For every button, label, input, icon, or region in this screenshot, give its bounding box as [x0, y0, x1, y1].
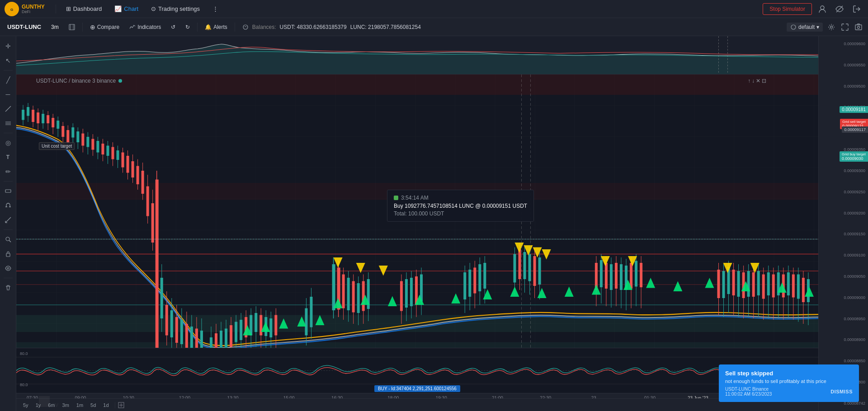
svg-rect-23 — [6, 253, 10, 257]
logo-subtext: DeFi — [22, 9, 45, 14]
interval-selector[interactable]: 3m — [47, 23, 62, 32]
price-up-arrow: ↑ — [748, 78, 750, 84]
measure-tool[interactable] — [2, 214, 14, 226]
usdt-balance: USDT: 48330.62663185379 — [280, 24, 347, 30]
pair-selector[interactable]: USDT-LUNC — [4, 22, 45, 32]
magnet-tool[interactable] — [2, 199, 14, 212]
nav-chart-label: Chart — [124, 5, 138, 12]
compare-button[interactable]: ⊕ Compare — [86, 22, 123, 32]
svg-rect-67 — [81, 134, 84, 146]
tf-1m[interactable]: 1m — [73, 402, 86, 409]
visibility-icon-button[interactable] — [833, 2, 846, 16]
svg-rect-10 — [855, 25, 862, 30]
nav-item-dashboard[interactable]: ⊞ Dashboard — [61, 4, 107, 14]
compare-label: Compare — [97, 24, 119, 30]
line-tool[interactable]: ╱ — [2, 74, 14, 86]
logout-icon-button[interactable] — [850, 2, 863, 16]
eye-tool[interactable] — [2, 262, 14, 275]
candlestick-chart[interactable] — [16, 75, 818, 386]
svg-rect-143 — [274, 315, 277, 336]
dismiss-button[interactable]: DISMISS — [830, 389, 853, 394]
svg-rect-63 — [71, 127, 74, 138]
settings-icon-btn[interactable] — [65, 23, 79, 32]
svg-rect-77 — [106, 146, 109, 156]
interval-value: 3m — [51, 24, 59, 30]
svg-rect-189 — [524, 252, 526, 279]
nav-trading-label: Trading settings — [158, 5, 200, 12]
price-axis-labels: 0.00009600 0.00009550 0.00009500 0.00009… — [821, 38, 865, 409]
svg-rect-231 — [752, 272, 755, 297]
logo-icon: G — [5, 2, 19, 16]
fullscreen-button[interactable] — [839, 21, 851, 33]
compare-icon-btn[interactable] — [118, 402, 124, 408]
price-tick: 0.00008900 — [821, 337, 865, 342]
nav-item-chart[interactable]: 📈 Chart — [110, 4, 143, 14]
indicators-button[interactable]: Indicators — [126, 23, 165, 32]
pair-label-text: USDT-LUNC — [7, 23, 41, 30]
redo-button[interactable]: ↻ — [182, 23, 193, 32]
lock-tool[interactable] — [2, 248, 14, 260]
svg-rect-81 — [116, 150, 119, 160]
svg-rect-193 — [533, 256, 536, 286]
tf-5d[interactable]: 5d — [87, 402, 99, 409]
snapshot-button[interactable] — [853, 21, 864, 33]
svg-rect-207 — [620, 264, 623, 290]
zoom-tool[interactable] — [2, 233, 14, 246]
brush-tool[interactable]: ✏ — [2, 165, 14, 178]
stop-simulator-button[interactable]: Stop Simulator — [763, 3, 812, 15]
tf-1d[interactable]: 1d — [100, 402, 112, 409]
tf-5y[interactable]: 5y — [20, 402, 32, 409]
main-area: ✛ ↖ ╱ ─ ◎ T ✏ — [0, 36, 868, 411]
svg-rect-165 — [400, 281, 403, 311]
profile-icon-button[interactable] — [816, 2, 829, 16]
chart-settings-button[interactable] — [826, 21, 837, 33]
svg-rect-95 — [151, 203, 154, 243]
nav-item-trading-settings[interactable]: ⊙ Trading settings — [146, 4, 204, 14]
svg-rect-245 — [787, 272, 790, 295]
pair-label: USDT-LUNC / binance 3 binance — [36, 78, 122, 84]
layout-selector[interactable]: default ▾ — [787, 23, 823, 32]
alerts-button[interactable]: 🔔 Alerts — [201, 23, 231, 32]
chart-toolbar: USDT-LUNC 3m ⊕ Compare Indicators ↺ ↻ 🔔 … — [0, 18, 868, 36]
lunc-balance: LUNC: 2198057.7856081254 — [350, 24, 421, 30]
pair-label-text: USDT-LUNC / binance 3 binance — [36, 78, 116, 84]
undo-button[interactable]: ↺ — [167, 23, 179, 32]
nav-more-button[interactable]: ⋮ — [208, 4, 223, 14]
svg-rect-141 — [269, 318, 272, 337]
layout-label: default — [798, 24, 815, 30]
svg-rect-129 — [240, 320, 242, 340]
svg-point-11 — [858, 26, 860, 28]
horizontal-line-tool[interactable]: ─ — [2, 88, 14, 101]
svg-rect-147 — [310, 297, 312, 327]
price-tick: 0.00008950 — [821, 317, 865, 321]
unit-cost-target-label: Unit cost target — [39, 142, 75, 150]
svg-rect-93 — [146, 187, 149, 216]
svg-point-8 — [791, 25, 796, 29]
svg-rect-57 — [57, 121, 59, 129]
tooltip-buy-label: Buy 1092776.7457108514 LUNC @ 0.00009151… — [394, 203, 527, 209]
shape-tool[interactable]: ◎ — [2, 136, 14, 149]
fibonacci-tool[interactable] — [2, 117, 14, 130]
tf-3m[interactable]: 3m — [59, 402, 72, 409]
trend-tool[interactable] — [2, 103, 14, 115]
svg-rect-32 — [16, 75, 818, 95]
alerts-label: Alerts — [213, 24, 227, 30]
svg-rect-79 — [111, 147, 114, 159]
eraser-tool[interactable] — [2, 185, 14, 197]
svg-rect-137 — [259, 315, 262, 336]
text-tool[interactable]: T — [2, 151, 14, 163]
tooltip-action-line: Buy 1092776.7457108514 LUNC @ 0.00009151… — [394, 203, 527, 209]
svg-rect-187 — [519, 249, 521, 279]
crosshair-tool[interactable]: ✛ — [2, 40, 14, 52]
svg-point-7 — [243, 25, 248, 29]
cursor-tool[interactable]: ↖ — [2, 54, 14, 67]
svg-rect-101 — [165, 305, 168, 336]
svg-rect-179 — [473, 268, 476, 294]
nav-dashboard-label: Dashboard — [73, 5, 102, 12]
svg-rect-215 — [640, 263, 642, 287]
chart-area[interactable]: USDT-LUNC / binance 3 binance ↑ ↓ ✕ ⊡ — [16, 36, 818, 411]
trash-tool[interactable] — [2, 281, 14, 294]
svg-rect-177 — [468, 270, 471, 297]
svg-rect-167 — [405, 279, 408, 308]
svg-rect-199 — [600, 260, 603, 287]
